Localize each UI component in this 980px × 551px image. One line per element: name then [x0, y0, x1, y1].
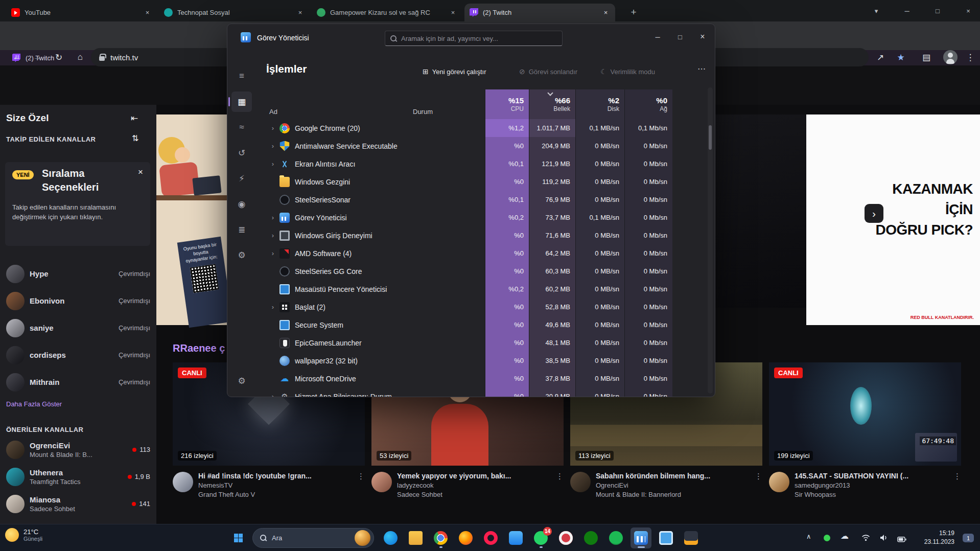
tab-gamepower[interactable]: Gamepower Kizaru sol ve sağ RC × [312, 4, 462, 21]
section-heading[interactable]: RRaenee ç [173, 342, 225, 354]
channel-row[interactable]: Mithrain Çevrimdışı [0, 369, 156, 396]
card-menu-icon[interactable]: ⋮ [755, 472, 762, 498]
taskbar-app[interactable] [380, 527, 401, 548]
streamer-name[interactable]: OgrenciEvi [596, 481, 750, 489]
taskbar-app[interactable] [656, 527, 676, 548]
tab-technopat[interactable]: Technopat Sosyal × [159, 4, 310, 21]
run-new-task-button[interactable]: ⊞ Yeni görevi çalıştır [423, 65, 486, 78]
tray-app-icon[interactable] [824, 535, 830, 541]
channel-row[interactable]: saniye Çevrimdışı [0, 314, 156, 341]
start-button[interactable] [229, 529, 247, 547]
taskbar-app[interactable] [430, 527, 451, 548]
process-row[interactable]: › EpicGamesLauncher %0 48,1 MB 0 MB/sn 0… [256, 334, 672, 352]
recommended-channel-row[interactable]: OgrenciEvi Mount & Blade II: B... 113 [0, 436, 156, 463]
new-tab-button[interactable]: + [626, 5, 641, 19]
taskbar-app[interactable] [681, 527, 702, 548]
browser-menu-icon[interactable]: ⋮ [962, 49, 979, 66]
streamer-avatar[interactable] [769, 472, 789, 492]
volume-icon[interactable] [880, 534, 888, 543]
process-row[interactable]: › Microsoft OneDrive %0 37,8 MB 0 MB/sn … [256, 370, 672, 387]
close-icon[interactable]: × [138, 167, 143, 177]
expand-chevron-icon[interactable]: › [269, 303, 276, 311]
efficiency-mode-button[interactable]: ☾ Verimlilik modu [600, 65, 655, 78]
process-row[interactable]: › wallpaper32 (32 bit) %0 38,5 MB 0 MB/s… [256, 352, 672, 370]
expand-chevron-icon[interactable]: › [269, 160, 276, 168]
expand-chevron-icon[interactable]: › [269, 142, 276, 150]
stream-title[interactable]: Sabahın köründen bilmem hang... [596, 472, 744, 480]
sort-icon[interactable]: ⇅ [132, 133, 138, 143]
streamer-avatar[interactable] [371, 472, 392, 492]
maximize-button[interactable]: □ [669, 25, 691, 49]
stream-card[interactable]: CANLI 199 izleyici 67:49:48 145.SAAT - S… [769, 362, 961, 498]
rail-item[interactable]: ≣ [231, 219, 252, 240]
stream-title[interactable]: 145.SAAT - SUBATHON YAYINI (... [795, 472, 943, 480]
redbull-ad-panel[interactable]: › KAZANMAK İÇİN DOĞRU PICK? RED BULL KAN… [806, 114, 980, 325]
column-header-name[interactable]: Ad [269, 108, 277, 116]
process-row[interactable]: › Windows Giriş Deneyimi %0 71,6 MB 0 MB… [256, 226, 672, 244]
stream-category[interactable]: Sadece Sohbet [397, 491, 551, 498]
settings-rail-item[interactable]: ⚙ [231, 371, 252, 391]
share-icon[interactable]: ↗ [872, 49, 889, 66]
process-row[interactable]: › Ekran Alıntısı Aracı %0,1 121,9 MB 0 M… [256, 155, 672, 173]
rail-item[interactable]: ≡ [231, 66, 252, 86]
tab-twitch-active[interactable]: (2) Twitch × [464, 4, 615, 21]
rail-item[interactable]: ≈ [231, 117, 252, 137]
column-header-cpu[interactable]: %15 CPU [485, 89, 529, 119]
side-panel-icon[interactable]: ▤ [918, 49, 935, 66]
channel-row[interactable]: Hype Çevrimdışı [0, 260, 156, 287]
channel-row[interactable]: cordiseps Çevrimdışı [0, 341, 156, 369]
taskbar-app[interactable] [555, 527, 576, 548]
stream-title[interactable]: Yemek yapıyor ve yiyorum, bakı... [397, 472, 545, 480]
taskbar-clock[interactable]: 15:19 23.11.2023 [924, 529, 954, 546]
rail-item[interactable]: ⚙ [231, 245, 252, 265]
expand-chevron-icon[interactable]: › [269, 249, 276, 257]
taskbar-app[interactable]: 14 [530, 527, 551, 548]
hidden-icons-chevron[interactable]: ∧ [806, 533, 811, 540]
card-menu-icon[interactable]: ⋮ [953, 472, 961, 498]
reload-icon[interactable]: ↻ [50, 49, 67, 66]
card-menu-icon[interactable]: ⋮ [357, 472, 365, 498]
scrollbar-thumb[interactable] [709, 125, 712, 150]
browser-profile-avatar[interactable] [943, 50, 958, 64]
search-input[interactable] [401, 35, 549, 42]
recommended-channel-row[interactable]: Uthenera Teamfight Tactics 1,9 B [0, 463, 156, 490]
wifi-icon[interactable] [861, 534, 870, 543]
card-menu-icon[interactable]: ⋮ [556, 472, 564, 498]
scrollbar[interactable] [708, 87, 713, 394]
rail-item[interactable]: ↺ [231, 143, 252, 163]
process-row[interactable]: › SteelSeriesSonar %0,1 76,9 MB 0 MB/sn … [256, 191, 672, 209]
recommended-channel-row[interactable]: Mianosa Sadece Sohbet 141 [0, 490, 156, 517]
show-more-link[interactable]: Daha Fazla Göster [6, 400, 62, 408]
expand-chevron-icon[interactable]: › [269, 393, 276, 397]
process-row[interactable]: › Başlat (2) %0 52,8 MB 0 MB/sn 0 Mb/sn [256, 298, 672, 316]
window-maximize-button[interactable]: □ [927, 0, 948, 21]
tab-close-icon[interactable]: × [601, 8, 610, 17]
process-row[interactable]: › Görev Yöneticisi %0,2 73,7 MB 0,1 MB/s… [256, 209, 672, 226]
process-row[interactable]: › Masaüstü Pencere Yöneticisi %0,2 60,2 … [256, 280, 672, 298]
end-task-button[interactable]: ⊘ Görevi sonlandır [519, 65, 577, 78]
channel-row[interactable]: Ebonivon Çevrimdışı [0, 287, 156, 314]
rail-item[interactable]: ⚡ [231, 168, 252, 189]
column-header-disk[interactable]: %2 Disk [575, 89, 624, 119]
streamer-name[interactable]: samedgungor2013 [795, 481, 948, 489]
weather-widget[interactable]: 21°C Güneşli [5, 528, 42, 542]
stream-category[interactable]: Grand Theft Auto V [198, 491, 352, 498]
expand-chevron-icon[interactable]: › [269, 124, 276, 132]
battery-icon[interactable] [897, 535, 906, 544]
home-icon[interactable]: ⌂ [72, 49, 89, 66]
window-close-button[interactable]: × [958, 0, 978, 21]
collapse-sidebar-icon[interactable]: ⇤ [131, 113, 138, 124]
stream-category[interactable]: Mount & Blade II: Bannerlord [596, 491, 750, 498]
streamer-avatar[interactable] [570, 472, 591, 492]
bookmark-star-icon[interactable]: ★ [892, 49, 909, 66]
onedrive-cloud-icon[interactable]: ☁ [841, 531, 849, 541]
back-icon[interactable]: ← [8, 49, 26, 66]
task-manager-search[interactable] [385, 31, 563, 46]
taskbar-app[interactable] [580, 527, 601, 548]
close-button[interactable]: × [691, 25, 714, 49]
more-options-icon[interactable]: ⋯ [697, 64, 706, 74]
process-row[interactable]: › Google Chrome (20) %1,2 1.011,7 MB 0,1… [256, 119, 672, 137]
process-row[interactable]: › Secure System %0 49,6 MB 0 MB/sn 0 Mb/… [256, 316, 672, 334]
taskbar-app[interactable] [605, 527, 626, 548]
window-minimize-button[interactable]: ─ [897, 0, 917, 21]
